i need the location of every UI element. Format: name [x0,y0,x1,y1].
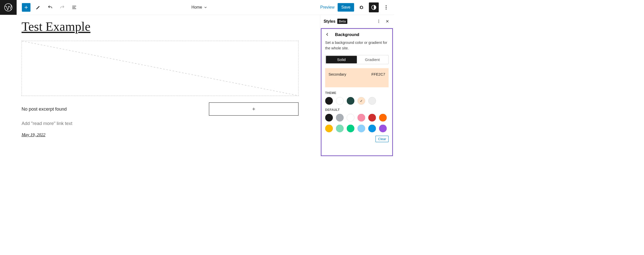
plus-icon [24,5,29,10]
swatch-grey[interactable] [336,114,344,122]
redo-button [58,3,66,12]
pencil-icon [35,5,41,10]
swatch-row [325,114,389,132]
swatch-group-label: DEFAULT [325,108,389,112]
list-view-icon [72,5,77,10]
document-title: Home [191,5,202,10]
main-area: Test Example No post excerpt found May 1… [0,15,394,156]
wordpress-logo[interactable] [0,0,17,15]
post-excerpt: No post excerpt found [22,106,67,112]
swatch-white[interactable] [347,114,354,122]
list-view-button[interactable] [70,3,78,12]
swatch-secondary[interactable] [357,97,365,105]
redo-icon [60,5,65,10]
swatch-green-light[interactable] [336,124,344,132]
edit-button[interactable] [34,3,43,12]
settings-button[interactable] [357,3,366,12]
current-color-name: Secondary [329,72,346,76]
close-icon [385,19,389,23]
swatch-row [325,97,389,105]
wordpress-icon [4,3,13,12]
swatch-green[interactable] [347,124,354,132]
document-switcher[interactable]: Home [78,5,320,10]
toolbar-right: Preview Save [320,2,394,12]
preview-link[interactable]: Preview [320,5,335,10]
chevron-down-icon [204,6,208,9]
swatch-pink[interactable] [357,114,365,122]
svg-point-7 [378,21,379,22]
swatch-amber[interactable] [325,124,333,132]
current-color-display[interactable]: Secondary FFE2C7 [325,68,389,87]
svg-point-8 [378,22,379,23]
svg-point-3 [386,7,387,8]
tab-gradient[interactable]: Gradient [357,56,388,63]
top-toolbar: Home Preview Save [0,0,394,15]
panel-breadcrumb: Background [325,32,389,37]
block-inserter-button[interactable] [22,3,30,12]
featured-image-placeholder[interactable] [22,41,299,96]
clear-button[interactable]: Clear [376,136,389,142]
chevron-left-icon [325,32,330,37]
current-color-hex: FFE2C7 [372,72,385,76]
sidebar: Styles Beta Background Set a background … [320,15,394,156]
styles-toggle[interactable] [369,2,379,12]
back-button[interactable] [325,32,330,37]
options-button[interactable] [382,3,390,12]
excerpt-row: No post excerpt found [22,102,299,116]
svg-point-6 [378,20,379,20]
toolbar-left-tools [17,3,78,12]
swatch-red[interactable] [368,114,376,122]
placeholder-diagonal-icon [22,41,298,96]
swatch-purple[interactable] [379,124,387,132]
svg-point-2 [386,5,387,6]
swatch-group-label: THEME [325,91,389,95]
svg-line-5 [22,41,298,96]
kebab-icon [377,19,381,23]
site-title[interactable]: Test Example [22,19,299,34]
swatch-blue[interactable] [368,124,376,132]
undo-icon [48,5,53,10]
sidebar-title: Styles [324,19,335,24]
swatch-teal-dark[interactable] [347,97,354,105]
tab-solid[interactable]: Solid [326,56,357,63]
sidebar-close-button[interactable] [384,18,391,25]
sidebar-header: Styles Beta [320,15,394,28]
panel-title: Background [335,32,359,37]
post-date[interactable]: May 19, 2022 [22,132,299,137]
editor-canvas: Test Example No post excerpt found May 1… [0,15,320,156]
swatch-black[interactable] [325,114,333,122]
panel-description: Set a background color or gradient for t… [325,40,389,51]
color-mode-tabs: Solid Gradient [325,55,389,64]
kebab-icon [383,5,389,10]
swatch-orange[interactable] [379,114,387,122]
add-block-button[interactable] [209,102,298,116]
swatch-blue-light[interactable] [357,124,365,132]
save-button[interactable]: Save [338,3,354,12]
undo-button[interactable] [46,3,54,12]
plus-icon [251,107,256,111]
read-more-input[interactable] [22,121,299,126]
swatch-grey-200[interactable] [368,97,376,105]
svg-point-4 [386,9,387,10]
gear-icon [359,5,364,10]
beta-badge: Beta [337,19,347,24]
styles-icon [371,4,377,10]
svg-point-0 [5,4,12,11]
swatch-black[interactable] [325,97,333,105]
sidebar-more-button[interactable] [375,18,382,25]
background-panel: Background Set a background color or gra… [321,28,393,156]
swatch-white[interactable] [336,97,344,105]
